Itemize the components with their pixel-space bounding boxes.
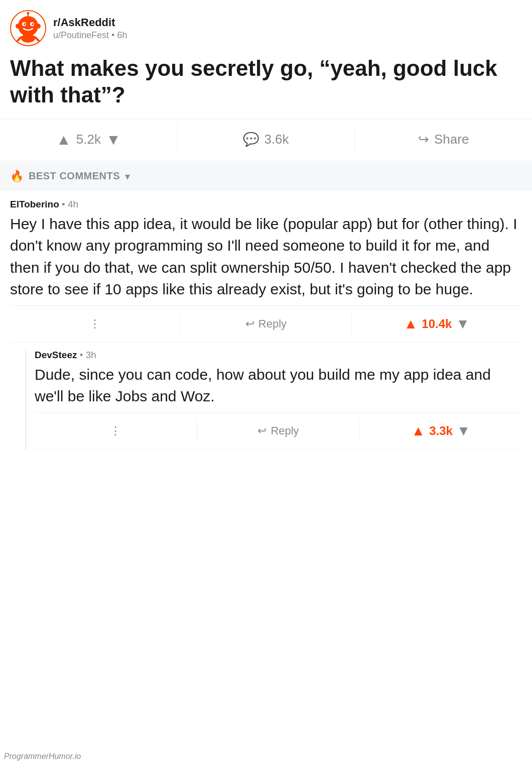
post-author[interactable]: u/PoutineFest bbox=[53, 30, 109, 40]
reply-icon-1: ↩ bbox=[245, 317, 254, 331]
post-time: 6h bbox=[117, 30, 127, 40]
comment-2-reply-block: DevSteez • 3h Dude, since you can code, … bbox=[25, 350, 522, 450]
comment-1-separator: • bbox=[62, 199, 68, 209]
comment-2-downvote-icon[interactable]: ▼ bbox=[457, 423, 471, 439]
upvote-count: 5.2k bbox=[76, 132, 101, 147]
more-icon[interactable]: ⋮ bbox=[89, 317, 101, 331]
comment-2-more[interactable]: ⋮ bbox=[35, 419, 197, 443]
sort-dropdown-icon[interactable]: ▾ bbox=[125, 170, 130, 182]
comment-2-reply-label[interactable]: Reply bbox=[271, 424, 299, 438]
comment-1-meta: ElToberino • 4h bbox=[10, 199, 522, 210]
comment-1-reply[interactable]: ↩ Reply bbox=[181, 312, 351, 336]
comment-1: ElToberino • 4h Hey I have this app idea… bbox=[10, 199, 522, 450]
user-time: u/PoutineFest • 6h bbox=[53, 30, 127, 41]
post-action-bar: ▲ 5.2k ▼ 💬 3.6k ↪ Share bbox=[0, 119, 532, 161]
vote-section[interactable]: ▲ 5.2k ▼ bbox=[0, 124, 178, 155]
reply-icon-2: ↩ bbox=[257, 424, 267, 438]
comment-2-body: Dude, since you can code, how about you … bbox=[35, 364, 522, 407]
comment-1-vote-count: 10.4k bbox=[422, 317, 452, 331]
comments-section: ElToberino • 4h Hey I have this app idea… bbox=[0, 191, 532, 461]
comment-2-reply[interactable]: ↩ Reply bbox=[197, 419, 360, 443]
svg-point-8 bbox=[36, 24, 41, 29]
comment-1-reply-label[interactable]: Reply bbox=[258, 317, 287, 331]
comment-2-time: 3h bbox=[86, 350, 96, 360]
comment-1-author[interactable]: ElToberino bbox=[10, 199, 59, 209]
share-label: Share bbox=[434, 132, 469, 147]
comment-2-separator: • bbox=[80, 350, 86, 360]
downvote-icon[interactable]: ▼ bbox=[106, 131, 121, 148]
post-header: r/AskReddit u/PoutineFest • 6h bbox=[0, 0, 532, 46]
share-section[interactable]: ↪ Share bbox=[355, 125, 532, 154]
comment-2-author[interactable]: DevSteez bbox=[35, 350, 77, 360]
comment-1-downvote-icon[interactable]: ▼ bbox=[456, 316, 470, 332]
post-title: What makes you secretly go, “yeah, good … bbox=[0, 46, 532, 114]
comment-1-actions: ⋮ ↩ Reply ▲ 10.4k ▼ bbox=[10, 305, 522, 343]
comment-1-body: Hey I have this app idea, it would be li… bbox=[10, 213, 522, 300]
more-icon-2[interactable]: ⋮ bbox=[110, 424, 122, 438]
subreddit-meta: r/AskReddit u/PoutineFest • 6h bbox=[53, 16, 127, 41]
svg-line-11 bbox=[35, 37, 39, 41]
watermark: ProgrammerHumor.io bbox=[4, 752, 81, 761]
comment-2-votes[interactable]: ▲ 3.3k ▼ bbox=[360, 418, 522, 444]
upvote-icon[interactable]: ▲ bbox=[56, 131, 71, 148]
comment-2-meta: DevSteez • 3h bbox=[35, 350, 522, 361]
svg-point-4 bbox=[32, 23, 34, 25]
flame-icon: 🔥 bbox=[10, 170, 24, 183]
svg-point-7 bbox=[16, 24, 21, 29]
svg-point-3 bbox=[24, 23, 26, 25]
svg-line-10 bbox=[17, 37, 21, 41]
svg-point-9 bbox=[21, 34, 35, 43]
svg-point-0 bbox=[18, 16, 38, 36]
subreddit-avatar[interactable] bbox=[10, 10, 46, 46]
comment-1-more[interactable]: ⋮ bbox=[10, 312, 181, 336]
separator: • bbox=[111, 30, 117, 40]
comment-2-upvote-icon[interactable]: ▲ bbox=[411, 423, 425, 439]
comment-count: 3.6k bbox=[264, 132, 289, 147]
svg-point-6 bbox=[27, 12, 30, 15]
sort-bar[interactable]: 🔥 BEST COMMENTS ▾ bbox=[0, 162, 532, 191]
share-icon: ↪ bbox=[418, 132, 429, 147]
comment-1-time: 4h bbox=[68, 199, 78, 209]
comment-1-upvote-icon[interactable]: ▲ bbox=[404, 316, 418, 332]
comment-2-vote-count: 3.3k bbox=[429, 424, 453, 438]
sort-label: BEST COMMENTS bbox=[29, 170, 120, 182]
subreddit-name[interactable]: r/AskReddit bbox=[53, 16, 127, 29]
comment-1-votes[interactable]: ▲ 10.4k ▼ bbox=[352, 311, 522, 337]
comments-section[interactable]: 💬 3.6k bbox=[178, 125, 355, 154]
comment-2-actions: ⋮ ↩ Reply ▲ 3.3k ▼ bbox=[35, 412, 522, 450]
comment-icon: 💬 bbox=[243, 132, 259, 147]
